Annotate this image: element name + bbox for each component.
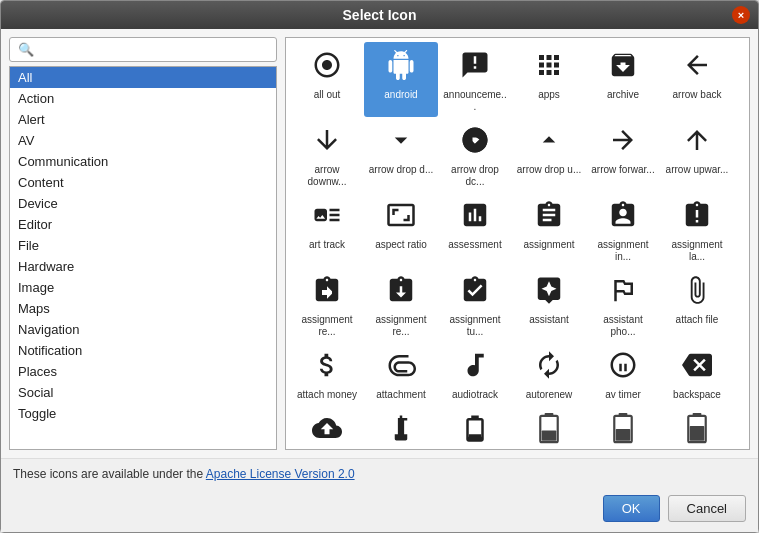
icon-android[interactable]: android — [364, 42, 438, 117]
arrow_drop_down-label: arrow drop d... — [369, 164, 433, 176]
category-item-action[interactable]: Action — [10, 88, 276, 109]
arrow_drop_down_circle-symbol — [460, 125, 490, 160]
category-item-social[interactable]: Social — [10, 382, 276, 403]
category-item-places[interactable]: Places — [10, 361, 276, 382]
icon-attach_money[interactable]: attach money — [290, 342, 364, 405]
icon-assignment_return[interactable]: assignment re... — [290, 267, 364, 342]
icon-backspace[interactable]: backspace — [660, 342, 734, 405]
assignment_late-label: assignment la... — [664, 239, 730, 263]
icon-all_out[interactable]: all out — [290, 42, 364, 117]
arrow_drop_up-symbol — [534, 125, 564, 160]
apps-symbol — [534, 50, 564, 85]
icon-arrow_drop_up[interactable]: arrow drop u... — [512, 117, 586, 192]
category-item-toggle[interactable]: Toggle — [10, 403, 276, 424]
category-item-editor[interactable]: Editor — [10, 214, 276, 235]
icon-battery_20[interactable]: battery 20 — [364, 405, 438, 450]
android-symbol — [386, 50, 416, 85]
icon-battery_30[interactable]: battery 30 — [438, 405, 512, 450]
category-item-notification[interactable]: Notification — [10, 340, 276, 361]
icon-assignment_late[interactable]: assignment la... — [660, 192, 734, 267]
autorenew-label: autorenew — [526, 389, 573, 401]
category-item-av[interactable]: AV — [10, 130, 276, 151]
icon-backup[interactable]: backup — [290, 405, 364, 450]
assessment-label: assessment — [448, 239, 501, 251]
assistant-label: assistant — [529, 314, 568, 326]
icon-arrow_upward[interactable]: arrow upwar... — [660, 117, 734, 192]
svg-rect-2 — [542, 430, 557, 440]
icons-grid: all outandroidannounceme...appsarchivear… — [286, 38, 749, 450]
category-item-alert[interactable]: Alert — [10, 109, 276, 130]
icon-assignment_ind[interactable]: assignment in... — [586, 192, 660, 267]
ok-button[interactable]: OK — [603, 495, 660, 522]
icon-assistant_photo[interactable]: assistant pho... — [586, 267, 660, 342]
icon-assessment[interactable]: assessment — [438, 192, 512, 267]
assignment_ind-label: assignment in... — [590, 239, 656, 263]
icon-archive[interactable]: archive — [586, 42, 660, 117]
icon-assignment_turned_in[interactable]: assignment tu... — [438, 267, 512, 342]
icon-av_timer[interactable]: av timer — [586, 342, 660, 405]
icon-art_track[interactable]: art track — [290, 192, 364, 267]
category-item-device[interactable]: Device — [10, 193, 276, 214]
category-item-hardware[interactable]: Hardware — [10, 256, 276, 277]
assistant_photo-label: assistant pho... — [590, 314, 656, 338]
icon-arrow_back[interactable]: arrow back — [660, 42, 734, 117]
autorenew-symbol — [534, 350, 564, 385]
icon-aspect_ratio[interactable]: aspect ratio — [364, 192, 438, 267]
icon-arrow_downward[interactable]: arrow downw... — [290, 117, 364, 192]
icon-grid-panel[interactable]: all outandroidannounceme...appsarchivear… — [285, 37, 750, 450]
content-area: AllActionAlertAVCommunicationContentDevi… — [1, 29, 758, 458]
icon-arrow_drop_down[interactable]: arrow drop d... — [364, 117, 438, 192]
attach_file-symbol — [682, 275, 712, 310]
svg-rect-7 — [693, 413, 702, 416]
icon-attachment[interactable]: attachment — [364, 342, 438, 405]
close-button[interactable]: × — [732, 6, 750, 24]
icon-assignment[interactable]: assignment — [512, 192, 586, 267]
svg-rect-5 — [616, 429, 631, 441]
arrow_drop_down_circle-label: arrow drop dc... — [442, 164, 508, 188]
battery_60-symbol — [609, 413, 637, 450]
icon-arrow_forward[interactable]: arrow forwar... — [586, 117, 660, 192]
license-link[interactable]: Apache License Version 2.0 — [206, 467, 355, 481]
attachment-label: attachment — [376, 389, 425, 401]
svg-rect-8 — [690, 426, 705, 441]
icon-autorenew[interactable]: autorenew — [512, 342, 586, 405]
art_track-symbol — [312, 200, 342, 235]
cancel-button[interactable]: Cancel — [668, 495, 746, 522]
backup-symbol — [312, 413, 342, 448]
category-item-file[interactable]: File — [10, 235, 276, 256]
category-item-communication[interactable]: Communication — [10, 151, 276, 172]
category-item-maps[interactable]: Maps — [10, 298, 276, 319]
category-item-navigation[interactable]: Navigation — [10, 319, 276, 340]
android-label: android — [384, 89, 417, 101]
battery_80-symbol — [683, 413, 711, 450]
arrow_drop_down-symbol — [386, 125, 416, 160]
announcement-symbol — [460, 50, 490, 85]
arrow_drop_up-label: arrow drop u... — [517, 164, 581, 176]
attachment-symbol — [386, 350, 416, 385]
category-item-content[interactable]: Content — [10, 172, 276, 193]
icon-assignment_returned[interactable]: assignment re... — [364, 267, 438, 342]
icon-apps[interactable]: apps — [512, 42, 586, 117]
icon-battery_80[interactable]: battery 80 — [660, 405, 734, 450]
assignment-symbol — [534, 200, 564, 235]
attach_money-label: attach money — [297, 389, 357, 401]
search-input[interactable] — [9, 37, 277, 62]
announcement-label: announceme... — [442, 89, 508, 113]
icon-battery_60[interactable]: battery 60 — [586, 405, 660, 450]
icon-announcement[interactable]: announceme... — [438, 42, 512, 117]
archive-label: archive — [607, 89, 639, 101]
dialog-title: Select Icon — [343, 7, 417, 23]
icon-attach_file[interactable]: attach file — [660, 267, 734, 342]
category-item-all[interactable]: All — [10, 67, 276, 88]
icon-arrow_drop_down_circle[interactable]: arrow drop dc... — [438, 117, 512, 192]
icon-assistant[interactable]: assistant — [512, 267, 586, 342]
icon-audiotrack[interactable]: audiotrack — [438, 342, 512, 405]
category-item-image[interactable]: Image — [10, 277, 276, 298]
assignment_return-symbol — [312, 275, 342, 310]
assignment_return-label: assignment re... — [294, 314, 360, 338]
icon-battery_50[interactable]: battery 50 — [512, 405, 586, 450]
backspace-symbol — [682, 350, 712, 385]
apps-label: apps — [538, 89, 560, 101]
arrow_forward-label: arrow forwar... — [591, 164, 654, 176]
assignment_turned_in-label: assignment tu... — [442, 314, 508, 338]
